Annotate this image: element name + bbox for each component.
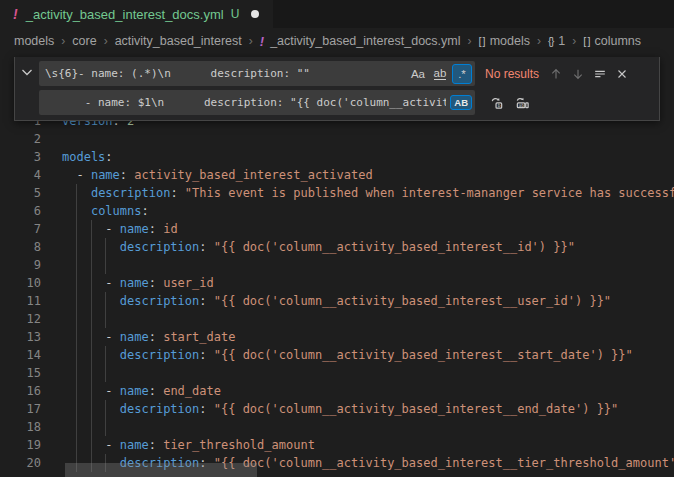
indent-guide	[105, 400, 106, 418]
replace-all-button[interactable]: ab	[511, 92, 533, 114]
match-case-toggle[interactable]: Aa	[408, 64, 428, 84]
code-line[interactable]: 6 columns:	[0, 202, 674, 220]
code-line[interactable]: 2	[0, 130, 674, 148]
line-number: 7	[0, 220, 62, 238]
breadcrumb-item-activity_based_interest[interactable]: activity_based_interest	[115, 34, 242, 48]
toggle-replace-chevron-icon[interactable]	[15, 61, 39, 83]
line-number: 15	[0, 364, 62, 382]
indent-guide	[76, 310, 77, 328]
indent-guide	[91, 364, 92, 382]
code-line[interactable]: 13 - name: start_date	[0, 328, 674, 346]
find-input[interactable]: \s{6}- name: (.*)\n description: "" Aa a…	[39, 61, 475, 86]
code-line-text: - name: start_date	[62, 328, 674, 346]
code-line-text: description: "{{ doc('column__activity_b…	[62, 238, 674, 256]
indent-guide	[91, 292, 92, 310]
code-line[interactable]: 3models:	[0, 148, 674, 166]
indent-guide	[91, 238, 92, 256]
regex-toggle[interactable]: .*	[452, 64, 472, 84]
horizontal-scrollbar-thumb[interactable]	[65, 463, 257, 477]
breadcrumb-label: _activity_based_interest_docs.yml	[270, 34, 460, 48]
breadcrumb-item-core[interactable]: core	[72, 34, 96, 48]
breadcrumb-separator-icon: ›	[468, 34, 472, 48]
code-line[interactable]: 5 description: "This event is published …	[0, 184, 674, 202]
indent-guide	[91, 220, 92, 238]
line-number: 8	[0, 238, 62, 256]
array-symbol-icon: [ ]	[583, 35, 589, 47]
code-line[interactable]: 16 - name: end_date	[0, 382, 674, 400]
code-line[interactable]: 12	[0, 310, 674, 328]
code-line-text: models:	[62, 148, 674, 166]
breadcrumb-item-models[interactable]: [ ]models	[479, 34, 530, 48]
indent-guide	[76, 382, 77, 400]
code-line[interactable]: 11 description: "{{ doc('column__activit…	[0, 292, 674, 310]
indent-guide	[105, 310, 106, 328]
indent-guide	[91, 310, 92, 328]
code-line[interactable]: 15	[0, 364, 674, 382]
code-line-text	[62, 310, 674, 328]
indent-guide	[105, 346, 106, 364]
find-in-selection-button[interactable]	[589, 63, 611, 85]
indent-guide	[91, 274, 92, 292]
indent-guide	[76, 256, 77, 274]
indent-guide	[76, 184, 77, 202]
code-line-text	[62, 418, 674, 436]
code-line[interactable]: 10 - name: user_id	[0, 274, 674, 292]
breadcrumb-item-columns[interactable]: [ ]columns	[583, 34, 641, 48]
code-line[interactable]: 18	[0, 418, 674, 436]
code-line-text: - name: activity_based_interest_activate…	[62, 166, 674, 184]
whole-word-toggle[interactable]: ab	[430, 64, 450, 84]
code-line[interactable]: 4 - name: activity_based_interest_activa…	[0, 166, 674, 184]
code-line[interactable]: 8 description: "{{ doc('column__activity…	[0, 238, 674, 256]
replace-one-button[interactable]: b	[485, 92, 507, 114]
svg-text:ab: ab	[518, 103, 524, 108]
code-line[interactable]: 9	[0, 256, 674, 274]
line-number: 3	[0, 148, 62, 166]
breadcrumb-item-models[interactable]: models	[14, 34, 54, 48]
indent-guide	[105, 418, 106, 436]
previous-match-button[interactable]	[545, 63, 567, 85]
indent-guide	[105, 364, 106, 382]
code-line[interactable]: 7 - name: id	[0, 220, 674, 238]
indent-guide	[91, 382, 92, 400]
line-number: 5	[0, 184, 62, 202]
breadcrumb-item-_activity_based_interest_docs.yml[interactable]: !_activity_based_interest_docs.yml	[260, 34, 461, 49]
indent-guide	[76, 202, 77, 220]
yaml-symbol-icon: !	[260, 34, 264, 49]
line-number: 18	[0, 418, 62, 436]
breadcrumb-separator-icon: ›	[104, 34, 108, 48]
tab-bar: ! _activity_based_interest_docs.yml U	[0, 0, 674, 28]
indent-guide	[76, 274, 77, 292]
breadcrumb-label: activity_based_interest	[115, 34, 242, 48]
tab-filename: _activity_based_interest_docs.yml	[26, 7, 224, 22]
breadcrumb-item-1[interactable]: {}1	[548, 34, 565, 48]
breadcrumb-separator-icon: ›	[537, 34, 541, 48]
code-line-text: columns:	[62, 202, 674, 220]
line-number: 20	[0, 454, 62, 472]
line-number: 4	[0, 166, 62, 184]
code-line-text	[62, 364, 674, 382]
close-find-widget-button[interactable]	[611, 63, 633, 85]
breadcrumb-label: models	[14, 34, 54, 48]
indent-guide	[91, 436, 92, 454]
array-symbol-icon: [ ]	[479, 35, 485, 47]
indent-guide	[76, 292, 77, 310]
code-line-text: - name: end_date	[62, 382, 674, 400]
unsaved-changes-dot-icon[interactable]	[251, 10, 259, 18]
indent-guide	[105, 238, 106, 256]
indent-guide	[91, 328, 92, 346]
replace-input[interactable]: - name: $1\n description: "{{ doc('colum…	[39, 90, 475, 115]
line-number: 2	[0, 130, 62, 148]
indent-guide	[76, 346, 77, 364]
preserve-case-toggle[interactable]: AB	[450, 95, 472, 110]
line-number: 10	[0, 274, 62, 292]
breadcrumb: models›core›activity_based_interest›!_ac…	[0, 28, 674, 54]
indent-guide	[91, 418, 92, 436]
code-line[interactable]: 17 description: "{{ doc('column__activit…	[0, 400, 674, 418]
next-match-button[interactable]	[567, 63, 589, 85]
code-line[interactable]: 14 description: "{{ doc('column__activit…	[0, 346, 674, 364]
tab-active-file[interactable]: ! _activity_based_interest_docs.yml U	[0, 0, 273, 28]
code-line-text: description: "{{ doc('column__activity_b…	[62, 292, 674, 310]
code-line[interactable]: 19 - name: tier_threshold_amount	[0, 436, 674, 454]
code-line-text: - name: id	[62, 220, 674, 238]
object-symbol-icon: {}	[548, 35, 553, 47]
